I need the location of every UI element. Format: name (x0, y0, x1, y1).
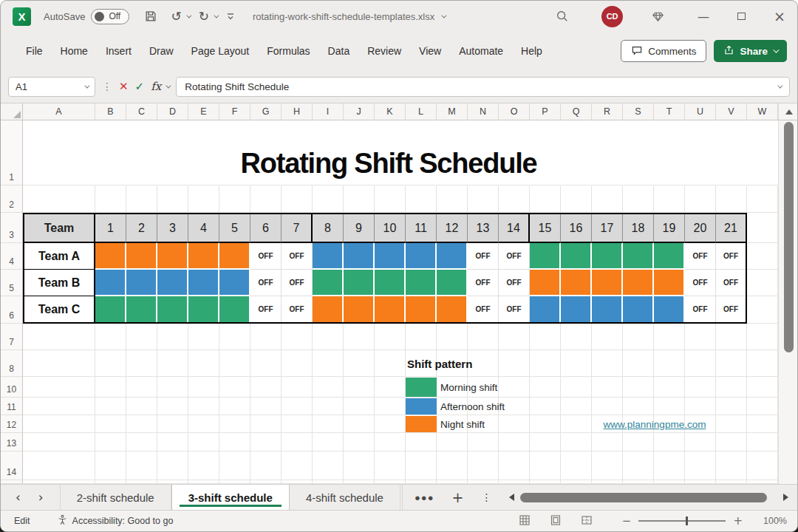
table-header-day-4[interactable]: 4 (188, 214, 219, 243)
menu-home[interactable]: Home (52, 41, 97, 61)
vertical-scrollbar-thumb[interactable] (784, 122, 794, 352)
shift-cell-night[interactable] (219, 243, 250, 270)
cell[interactable] (375, 350, 406, 377)
legend-swatch-morning[interactable] (406, 378, 437, 397)
horizontal-scrollbar[interactable] (499, 485, 797, 510)
cell[interactable] (157, 324, 188, 350)
cell[interactable] (126, 433, 157, 451)
off-cell[interactable]: OFF (250, 243, 282, 270)
cell[interactable] (219, 398, 250, 415)
cell[interactable] (623, 377, 654, 398)
cell[interactable] (157, 185, 188, 213)
cell[interactable] (375, 433, 406, 451)
column-header-O[interactable]: O (499, 103, 530, 120)
cell[interactable] (313, 185, 344, 213)
shift-cell-night[interactable] (437, 296, 468, 322)
shift-cell-night[interactable] (592, 270, 623, 296)
cell[interactable] (685, 350, 716, 377)
zoom-percentage[interactable]: 100% (760, 516, 787, 526)
table-header-day-15[interactable]: 15 (530, 214, 561, 243)
cell[interactable] (23, 350, 95, 377)
cell[interactable] (219, 480, 250, 484)
cell[interactable] (219, 185, 250, 213)
menu-help[interactable]: Help (512, 41, 551, 61)
cell[interactable] (250, 185, 282, 213)
shift-cell-morning[interactable] (530, 243, 561, 270)
scroll-up-arrow[interactable] (778, 103, 798, 120)
column-header-L[interactable]: L (406, 103, 437, 120)
row-header-6[interactable]: 6 (1, 296, 23, 324)
shift-cell-night[interactable] (561, 270, 592, 296)
cell[interactable] (623, 480, 654, 484)
cell[interactable] (126, 398, 157, 415)
cell[interactable] (188, 415, 219, 433)
cell[interactable] (282, 350, 313, 377)
legend-label[interactable]: Afternoon shift (439, 401, 505, 412)
page-layout-view-icon[interactable] (550, 514, 562, 528)
cell[interactable] (406, 324, 437, 350)
shift-cell-morning[interactable] (313, 270, 344, 296)
redo-icon[interactable]: ↻ (199, 10, 209, 23)
cell[interactable] (592, 377, 623, 398)
menu-view[interactable]: View (410, 41, 450, 61)
cell[interactable] (623, 324, 654, 350)
cell[interactable] (561, 433, 592, 451)
shift-cell-afternoon[interactable] (437, 243, 468, 270)
cell[interactable] (157, 480, 188, 484)
cell[interactable] (188, 324, 219, 350)
cell[interactable] (592, 324, 623, 350)
cell[interactable] (468, 433, 499, 451)
cell[interactable] (716, 480, 747, 484)
cell[interactable] (375, 324, 406, 350)
sheet-tab-4-shift-schedule[interactable]: 4-shift schedule (290, 485, 400, 510)
cell[interactable] (406, 185, 437, 213)
cell[interactable] (95, 350, 126, 377)
cell-a1-title[interactable]: Rotating Shift Schedule (75, 144, 703, 183)
off-cell[interactable]: OFF (250, 270, 282, 296)
cell[interactable] (313, 480, 344, 484)
cell[interactable] (654, 185, 685, 213)
row-header-7[interactable]: 7 (1, 324, 23, 350)
maximize-button[interactable] (737, 13, 746, 20)
cell[interactable] (375, 398, 406, 415)
cell[interactable] (716, 451, 747, 480)
cell[interactable] (437, 451, 468, 480)
off-cell[interactable]: OFF (499, 243, 530, 270)
cell[interactable] (747, 324, 778, 350)
menu-data[interactable]: Data (319, 41, 359, 61)
column-header-I[interactable]: I (313, 103, 344, 120)
shift-cell-night[interactable] (157, 243, 188, 270)
shift-cell-morning[interactable] (654, 243, 685, 270)
cell[interactable] (313, 451, 344, 480)
table-header-day-14[interactable]: 14 (499, 214, 530, 243)
row-header-11[interactable]: 11 (1, 398, 23, 415)
cell[interactable] (716, 120, 747, 185)
cell[interactable] (250, 433, 282, 451)
cell[interactable] (157, 433, 188, 451)
cell[interactable] (126, 185, 157, 213)
excel-app-icon[interactable]: X (13, 7, 31, 26)
menu-automate[interactable]: Automate (450, 41, 512, 61)
shift-cell-night[interactable] (188, 243, 219, 270)
shift-cell-morning[interactable] (375, 270, 406, 296)
zoom-slider[interactable] (638, 520, 726, 522)
cell[interactable] (747, 398, 778, 415)
cell[interactable] (747, 433, 778, 451)
cell[interactable] (250, 350, 282, 377)
shift-cell-night[interactable] (126, 243, 157, 270)
cell[interactable] (23, 377, 95, 398)
shift-cell-morning[interactable] (623, 243, 654, 270)
cell[interactable] (623, 433, 654, 451)
cell[interactable] (23, 415, 95, 433)
cell[interactable] (747, 185, 778, 213)
cell[interactable] (282, 480, 313, 484)
undo-dropdown-chevron[interactable] (186, 13, 191, 18)
cell[interactable] (95, 480, 126, 484)
cell[interactable] (250, 480, 282, 484)
cell[interactable] (592, 350, 623, 377)
cell[interactable] (530, 185, 561, 213)
table-header-day-9[interactable]: 9 (344, 214, 375, 243)
off-cell[interactable]: OFF (685, 243, 716, 270)
cell[interactable] (530, 398, 561, 415)
cell[interactable] (406, 451, 437, 480)
